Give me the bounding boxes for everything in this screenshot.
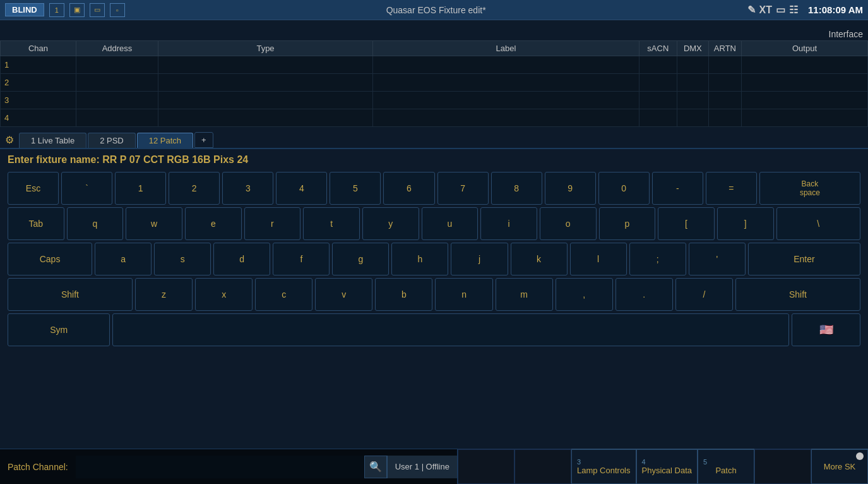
key-2[interactable]: 2 — [169, 172, 220, 205]
key-5[interactable]: 5 — [330, 172, 381, 205]
key-r[interactable]: r — [244, 207, 301, 240]
key-caps[interactable]: Caps — [8, 243, 92, 275]
search-icon-button[interactable]: 🔍 — [364, 456, 387, 478]
softkey-6 — [754, 449, 811, 484]
key-z[interactable]: z — [135, 278, 193, 311]
key-sym[interactable]: Sym — [8, 313, 110, 346]
key-f[interactable]: f — [273, 243, 330, 275]
key-d[interactable]: d — [213, 243, 270, 275]
topbar-icon-4[interactable]: ▫ — [110, 3, 125, 17]
cell-artn-2 — [708, 92, 741, 109]
col-header-label: Label — [373, 41, 639, 56]
key-8[interactable]: 8 — [491, 172, 542, 205]
key-1[interactable]: 1 — [115, 172, 166, 205]
cell-label-1 — [373, 74, 639, 92]
keyboard-row-4: Shift z x c v b n m , . / Shift — [8, 278, 860, 311]
key-rbracket[interactable]: ] — [717, 207, 774, 240]
key-slash[interactable]: / — [675, 278, 733, 311]
key-h[interactable]: h — [391, 243, 448, 275]
patch-input-area: Patch Channel: 🔍 User 1 | Offline — [0, 449, 458, 484]
key-period[interactable]: . — [615, 278, 673, 311]
key-n[interactable]: n — [435, 278, 492, 311]
key-6[interactable]: 6 — [383, 172, 434, 205]
fixture-name-prompt: Enter fixture name: — [8, 154, 100, 165]
keyboard-row-3: Caps a s d f g h j k l ; ' Enter — [8, 243, 860, 275]
key-lbracket[interactable]: [ — [658, 207, 715, 240]
tab-patch[interactable]: 12 Patch — [137, 133, 193, 148]
col-header-artn: ARTN — [708, 41, 741, 56]
key-w[interactable]: w — [126, 207, 182, 240]
cell-address-2 — [76, 92, 158, 109]
key-e[interactable]: e — [185, 207, 242, 240]
fixture-name-value: RR P 07 CCT RGB 16B Pixs 24 — [102, 154, 248, 165]
cell-type-0 — [158, 56, 373, 74]
key-esc[interactable]: Esc — [8, 172, 59, 205]
key-c[interactable]: c — [255, 278, 312, 311]
key-space[interactable] — [112, 313, 789, 346]
softkey-lamp-controls[interactable]: 3 Lamp Controls — [571, 449, 636, 484]
key-9[interactable]: 9 — [545, 172, 596, 205]
key-flag[interactable]: 🇺🇸 — [792, 313, 860, 346]
tab-add-button[interactable]: + — [194, 132, 213, 148]
key-backspace[interactable]: Backspace — [759, 172, 860, 205]
topbar-icon-3[interactable]: ▭ — [90, 3, 105, 17]
key-g[interactable]: g — [332, 243, 389, 275]
tab-live-table[interactable]: 1 Live Table — [19, 133, 86, 148]
key-0[interactable]: 0 — [598, 172, 650, 205]
key-minus[interactable]: - — [652, 172, 703, 205]
topbar-icon-2[interactable]: ▣ — [69, 3, 85, 17]
blind-button[interactable]: BLIND — [5, 3, 44, 16]
key-k[interactable]: k — [511, 243, 568, 275]
key-shift-right[interactable]: Shift — [735, 278, 860, 311]
key-3[interactable]: 3 — [222, 172, 273, 205]
topbar-icon-1[interactable]: 1 — [49, 3, 64, 17]
key-a[interactable]: a — [95, 243, 152, 275]
col-header-dmx: DMX — [677, 41, 708, 56]
key-y[interactable]: y — [362, 207, 419, 240]
top-bar-right: ✎ XT ▭ ☷ 11:08:09 AM — [747, 4, 863, 16]
key-b[interactable]: b — [375, 278, 432, 311]
cell-type-2 — [158, 92, 373, 109]
softkey-patch[interactable]: 5 Patch — [698, 449, 754, 484]
table-row[interactable]: 2 — [1, 74, 868, 92]
key-i[interactable]: i — [480, 207, 537, 240]
top-bar-left: BLIND 1 ▣ ▭ ▫ — [5, 3, 125, 17]
tab-psd[interactable]: 2 PSD — [88, 133, 136, 148]
softkey-physical-data[interactable]: 4 Physical Data — [636, 449, 698, 484]
key-t[interactable]: t — [303, 207, 360, 240]
key-enter[interactable]: Enter — [748, 243, 860, 275]
key-semicolon[interactable]: ; — [629, 243, 686, 275]
key-backtick[interactable]: ` — [61, 172, 112, 205]
more-sk-button[interactable]: More SK — [811, 449, 868, 484]
key-tab[interactable]: Tab — [8, 207, 64, 240]
key-equals[interactable]: = — [706, 172, 757, 205]
col-header-address: Address — [76, 41, 158, 56]
settings-gear-icon[interactable]: ⚙ — [5, 134, 14, 146]
key-comma[interactable]: , — [556, 278, 613, 311]
key-m[interactable]: m — [496, 278, 553, 311]
key-j[interactable]: j — [451, 243, 508, 275]
key-4[interactable]: 4 — [276, 172, 327, 205]
key-shift-left[interactable]: Shift — [8, 278, 133, 311]
cell-type-1 — [158, 74, 373, 92]
key-7[interactable]: 7 — [437, 172, 489, 205]
key-x[interactable]: x — [195, 278, 253, 311]
key-v[interactable]: v — [315, 278, 372, 311]
key-l[interactable]: l — [570, 243, 627, 275]
table-row[interactable]: 1 — [1, 56, 868, 74]
cell-chan-1: 2 — [1, 74, 76, 92]
key-q[interactable]: q — [67, 207, 124, 240]
softkey-1 — [458, 449, 514, 484]
patch-channel-input[interactable] — [76, 456, 364, 478]
key-o[interactable]: o — [540, 207, 597, 240]
key-quote[interactable]: ' — [689, 243, 746, 275]
cell-sacn-0 — [639, 56, 677, 74]
key-p[interactable]: p — [599, 207, 656, 240]
xt-icon: XT — [759, 4, 772, 16]
key-backslash[interactable]: \ — [776, 207, 860, 240]
key-s[interactable]: s — [154, 243, 211, 275]
softkey-3-num: 3 — [577, 458, 581, 466]
table-row[interactable]: 4 — [1, 109, 868, 127]
table-row[interactable]: 3 — [1, 92, 868, 109]
key-u[interactable]: u — [422, 207, 479, 240]
